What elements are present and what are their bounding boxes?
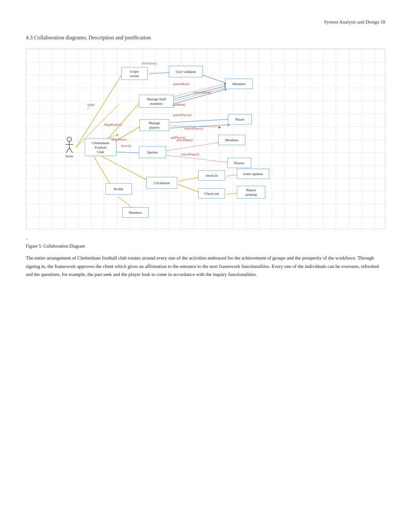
- svg-line-36: [227, 175, 238, 176]
- svg-marker-42: [116, 133, 119, 136]
- node-players2: Players: [227, 158, 251, 168]
- diagram-arrows: [26, 49, 385, 229]
- node-manage-players: Manageplayers: [140, 119, 169, 131]
- label-updateplayer: updatePlayer(): [173, 113, 191, 117]
- label-search: Search(): [121, 144, 131, 148]
- svg-line-46: [66, 148, 69, 153]
- svg-line-30: [94, 156, 110, 184]
- svg-line-0: [76, 75, 121, 147]
- node-login: Loginscreen: [121, 67, 148, 80]
- node-members2: Members: [218, 135, 245, 145]
- node-game-updates: Game updates: [237, 169, 269, 179]
- node-cheltenham: CheltenhamFootballClub: [85, 139, 116, 156]
- svg-line-2: [149, 73, 169, 74]
- figure-caption: Figure 5: Collaboration Diagram: [26, 244, 385, 249]
- node-checkout: Check-out: [198, 188, 225, 199]
- svg-line-4: [202, 75, 225, 83]
- collaboration-diagram: Actor Loginscreen User validator Members…: [26, 49, 385, 229]
- label-updatemem: updateMem(): [173, 83, 189, 86]
- svg-line-40: [118, 197, 132, 208]
- actor-label: Actor: [65, 154, 73, 158]
- node-queries: Queries: [139, 146, 166, 158]
- label-mngplayers: Mng Players: [111, 138, 127, 141]
- svg-marker-21: [219, 126, 221, 129]
- section-title: 4.3 Collaboration diagrams; Description …: [26, 34, 385, 41]
- label-checkuser: checkUser(): [142, 62, 156, 65]
- node-report-printing: Reportprinting: [237, 186, 265, 199]
- node-player: Player: [228, 114, 252, 124]
- label-removemem: removeMem(): [194, 91, 211, 94]
- svg-line-31: [101, 156, 148, 181]
- actor: Actor: [64, 137, 74, 158]
- svg-line-34: [178, 184, 200, 192]
- dot: .: [26, 234, 385, 241]
- label-mngmember: MngMember(): [104, 123, 122, 126]
- label-addmem: addMem(): [173, 103, 186, 106]
- svg-line-26: [167, 143, 219, 151]
- svg-line-47: [69, 148, 73, 153]
- node-user-validator: User validator: [169, 66, 203, 77]
- label-searchmem: searchMem(): [176, 139, 192, 142]
- node-members3: Members: [122, 207, 149, 218]
- svg-line-14: [173, 88, 226, 101]
- svg-line-18: [170, 119, 229, 123]
- label-removeplayer: removePlayer(): [184, 127, 203, 130]
- svg-line-12: [173, 84, 225, 97]
- node-check-in: check-in: [198, 170, 225, 181]
- node-profile: Profile: [105, 183, 132, 195]
- node-circulation: Circulation: [146, 177, 177, 189]
- svg-line-32: [178, 177, 200, 181]
- svg-point-43: [67, 137, 72, 142]
- header-title: System Analysis and Design 18: [324, 19, 385, 25]
- page-header: System Analysis and Design 18: [26, 19, 385, 25]
- label-login: login(: [87, 103, 95, 106]
- node-members1: Members: [225, 79, 253, 89]
- node-manage-staff: Manage Staffmembers: [139, 95, 174, 108]
- svg-line-28: [167, 155, 229, 163]
- label-searchplayer: searchPlayer(): [181, 153, 199, 156]
- label-login-paren: ): [87, 106, 88, 110]
- body-paragraph: The entire arrangement of Cheltenham foo…: [26, 254, 385, 279]
